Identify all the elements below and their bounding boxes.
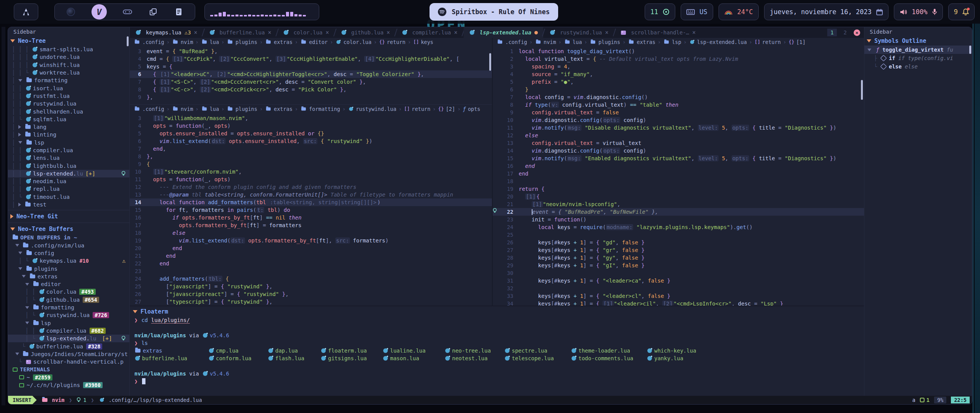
code-line-5[interactable]: 5 opts.ensure_installed = opts.ensure_in… — [130, 130, 492, 137]
code-line-31[interactable]: 31 keys[#keys + 1] = { "<leader>ca", fal… — [493, 277, 864, 285]
tabpage-1[interactable]: 1 — [827, 29, 836, 36]
tree-item-bufferline.lua[interactable]: └ bufferline.lua#328 — [8, 342, 129, 350]
symbol-else[interactable]: └ elseelse — [864, 62, 972, 71]
close-all-button[interactable]: × — [854, 29, 860, 36]
tree-item-undotree.lua[interactable]: │ │ │ undotree.lua — [8, 53, 129, 61]
chevron-down-icon[interactable] — [18, 267, 22, 270]
breadcrumb-item[interactable]: plugins — [227, 39, 257, 45]
workspace-games[interactable] — [122, 7, 132, 17]
section-neotree[interactable]: Neo-Tree — [8, 36, 129, 46]
code-line-5[interactable]: 5 prefix = "●", — [493, 78, 864, 86]
tree-item-github.lua[interactable]: │ └ github.lua#654 — [8, 296, 129, 304]
breadcrumb-item[interactable]: lua — [564, 39, 582, 45]
breadcrumb-item[interactable]: nvim — [535, 39, 556, 45]
code-line-8[interactable]: 8}, — [130, 153, 492, 160]
breadcrumb-item[interactable]: lua — [201, 106, 219, 112]
tab-color.lua[interactable]: color.lua× — [278, 27, 335, 38]
code-line-19[interactable]: 19 vim.list_extend(dst: opts.formatters_… — [130, 237, 492, 244]
launcher-button[interactable] — [14, 3, 38, 20]
code-line-17[interactable]: 17end — [493, 170, 864, 177]
tree-item-worktree.lua[interactable]: │ │ └ worktree.lua — [8, 69, 129, 76]
tree-item-smart-splits.lua[interactable]: │ │ │ smart-splits.lua — [8, 46, 129, 53]
code-line-1[interactable]: 1local function toggle_diag_virtext() — [493, 47, 864, 55]
terminal-line[interactable]: ❯ — [130, 377, 864, 385]
chevron-down-icon[interactable] — [25, 322, 29, 324]
code-line-7[interactable]: 7 end, — [130, 145, 492, 153]
code-line-24[interactable]: 24 add_formatters(tbl: { — [130, 275, 492, 283]
tab-keymaps.lua[interactable]: keymaps.lua⚠3× — [130, 27, 203, 38]
breadcrumb-item[interactable]: rustywind.lua — [348, 106, 397, 112]
tree-item-extras[interactable]: extras — [8, 273, 129, 280]
code-line-4[interactable]: 4 source = "if_many", — [493, 70, 864, 78]
breadcrumb-item[interactable]: editor — [300, 39, 328, 45]
code-line-4[interactable]: 4 opts = function(_, opts) — [130, 122, 492, 130]
section-symbols-outline[interactable]: Symbols Outline — [864, 36, 972, 46]
chevron-down-icon[interactable] — [867, 49, 871, 51]
code-line-32[interactable]: 32 — [493, 285, 864, 292]
tree-item-rustywind.lua[interactable]: │ └ rustywind.lua#726 — [8, 311, 129, 319]
chevron-right-icon[interactable] — [18, 203, 21, 206]
code-line-7[interactable]: 7 local config = vim.diagnostic.config() — [493, 93, 864, 101]
tree-item-lsp-extended.[interactable]: │ └ lsp-extended.lu [+] — [8, 335, 129, 342]
code-line-2[interactable]: 2 local virtual_text = { -- Default virt… — [493, 55, 864, 63]
breadcrumb-item[interactable]: []keys — [413, 39, 433, 45]
code-line-6[interactable]: 6 } — [493, 86, 864, 93]
code-line-20[interactable]: 20 end — [130, 244, 492, 252]
tree-item-isort.lua[interactable]: │ │ isort.lua — [8, 84, 129, 92]
code-line-25[interactable]: 25 — [493, 231, 864, 239]
tab-rustywind.lua[interactable]: rustywind.lua× — [544, 27, 614, 38]
tree-item-lsp[interactable]: lsp — [8, 319, 129, 327]
code-line-10[interactable]: 10 [1]"stevearc/conform.nvim", — [130, 168, 492, 176]
code-line-7[interactable]: 7 { [1]"<S-C>", [2]"<cmd>CccConvert<cr>"… — [130, 78, 492, 86]
tree-item-neodim.lua[interactable]: │ │ neodim.lua — [8, 177, 129, 185]
code-line-15[interactable]: 15 vim.notify(msg: "Enabled diagnostics … — [493, 154, 864, 162]
code-line-13[interactable]: 13 config.virtual_text = virtual_text — [493, 139, 864, 147]
code-line-26[interactable]: 26 keys[#keys + 1] = { "gd", false } — [493, 239, 864, 246]
tree-item-editor[interactable]: editor — [8, 280, 129, 288]
code-line-9[interactable]: 9{ — [130, 160, 492, 168]
close-icon[interactable]: × — [454, 29, 457, 36]
code-line-12[interactable]: 12 else — [493, 132, 864, 139]
chevron-down-icon[interactable] — [15, 244, 19, 247]
tree-item-shellharden.lua[interactable]: │ │ shellharden.lua — [8, 107, 129, 115]
code-line-16[interactable]: 16 if opts.formatters_by_ft[ft] == nil t… — [130, 214, 492, 221]
breadcrumb-item[interactable]: []return — [404, 106, 430, 112]
chevron-down-icon[interactable] — [18, 141, 22, 144]
tree-item-OPENBUFFERSin~[interactable]: OPEN BUFFERS in ~ — [8, 234, 129, 241]
symbol-if[interactable]: ├ ifif type(config.vi — [864, 54, 972, 62]
tree-item-keymaps.lua[interactable]: │ └ keymaps.lua#10⚠ — [8, 257, 129, 265]
code-line-24[interactable]: 24 local keys = require(modname: "lazyvi… — [493, 223, 864, 231]
media-player-widget[interactable]: Spiritbox - Rule Of Nines — [430, 3, 558, 21]
sidebar-scrollbar[interactable] — [969, 46, 971, 54]
breadcrumb-item[interactable]: extras — [265, 106, 292, 112]
breadcrumb-item[interactable]: lsp-extended.lua — [689, 39, 747, 45]
tree-item-lsp-extended.[interactable]: │ │ lsp-extended.lu[+] — [8, 170, 129, 177]
floaterm-header[interactable]: Floaterm — [130, 307, 864, 316]
tree-item-plugins[interactable]: plugins — [8, 265, 129, 272]
chevron-down-icon[interactable] — [18, 79, 22, 82]
breadcrumb-item[interactable]: nvim — [172, 39, 193, 45]
code-line-9[interactable]: 9 config.virtual_text = false — [493, 109, 864, 116]
code-line-3[interactable]: 3 [1]"williamboman/mason.nvim", — [130, 114, 492, 122]
tab-github.lua[interactable]: github.lua× — [335, 27, 395, 38]
sidebar-scrollbar[interactable] — [127, 36, 129, 46]
code-line-30[interactable]: 30 — [493, 269, 864, 277]
code-line-18[interactable]: 18 else — [130, 229, 492, 237]
breadcrumb-item[interactable]: extras — [628, 39, 655, 45]
tree-item-.confignvimlua[interactable]: .config/nvim/lua — [8, 242, 129, 249]
workspace-docs[interactable] — [174, 7, 184, 17]
tree-item-timeout.lua[interactable]: │ └ timeout.lua — [8, 193, 129, 201]
code-line-28[interactable]: 28 keys[#keys + 1] = { "gy", false } — [493, 254, 864, 262]
close-icon[interactable]: × — [387, 29, 390, 36]
close-icon[interactable]: × — [326, 29, 329, 36]
breadcrumb-item[interactable]: formatting — [300, 106, 340, 112]
tree-item-color.lua[interactable]: │ │ color.lua#493 — [8, 288, 129, 296]
weather-widget[interactable]: 24°C — [719, 3, 759, 20]
tree-item-lang[interactable]: │ lang — [8, 123, 129, 131]
code-line-23[interactable]: 23 init = function() — [493, 216, 864, 223]
section-neotree-buffers[interactable]: Neo-Tree Buffers — [8, 224, 129, 234]
code-line-11[interactable]: 11 opts = function(_, opts) — [130, 176, 492, 183]
code-line-34[interactable]: 34 keys[#keys + 1] = { [1]"<leader>cil",… — [493, 300, 864, 306]
code-line-20[interactable]: 20 [1]{ — [493, 193, 864, 200]
breadcrumb-item[interactable]: lsp — [663, 39, 681, 45]
